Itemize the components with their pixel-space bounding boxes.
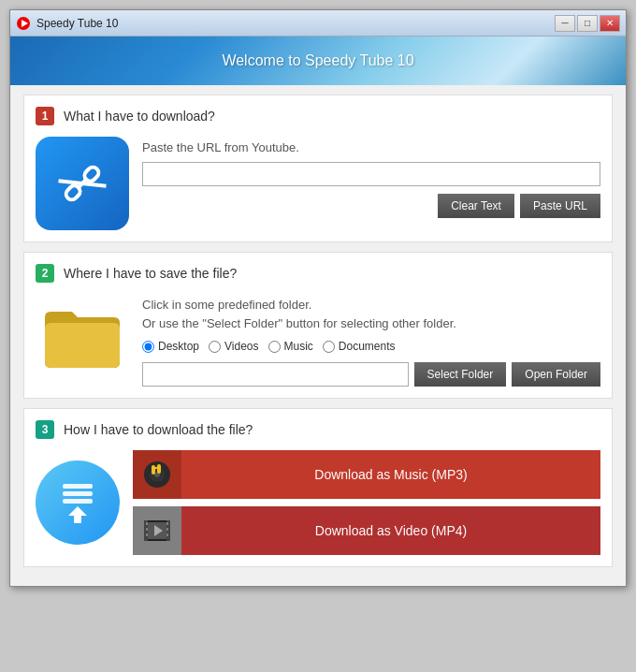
radio-group: Desktop Videos Music Documents <box>142 340 600 353</box>
maximize-button[interactable]: □ <box>577 15 598 32</box>
mp3-icon <box>133 450 181 499</box>
paste-url-button[interactable]: Paste URL <box>520 194 600 218</box>
svg-rect-24 <box>166 522 168 525</box>
radio-music-input[interactable] <box>268 341 281 353</box>
svg-rect-15 <box>152 465 155 475</box>
section1-buttons: Clear Text Paste URL <box>142 194 600 218</box>
folder-icon <box>36 294 129 378</box>
radio-documents-input[interactable] <box>323 341 335 353</box>
section1-header: 1 What I have to download? <box>36 107 600 125</box>
radio-desktop[interactable]: Desktop <box>142 340 199 353</box>
titlebar-left: Speedy Tube 10 <box>16 16 118 31</box>
download-mp3-button[interactable]: Download as Music (MP3) <box>133 450 600 499</box>
folder-path-input[interactable] <box>142 362 409 387</box>
svg-rect-9 <box>63 499 93 504</box>
select-folder-button[interactable]: Select Folder <box>414 362 507 387</box>
section1-right: Paste the URL from Youtube. Clear Text P… <box>142 137 600 218</box>
radio-videos[interactable]: Videos <box>209 340 258 353</box>
download-icon <box>36 460 120 545</box>
header-text: Welcome to Speedy Tube 10 <box>222 52 413 69</box>
mp4-button-label: Download as Video (MP4) <box>181 506 600 555</box>
svg-marker-10 <box>68 506 87 516</box>
download-mp4-button[interactable]: Download as Video (MP4) <box>133 506 600 555</box>
window-title: Speedy Tube 10 <box>36 17 118 30</box>
section-download-how: 3 How I have to download the file? <box>23 408 613 567</box>
section1-number: 1 <box>36 107 54 125</box>
section1-instruction: Paste the URL from Youtube. <box>142 140 600 154</box>
radio-desktop-input[interactable] <box>142 341 154 353</box>
instruction-line1: Click in some predefined folder. <box>142 298 311 312</box>
svg-rect-26 <box>166 533 168 536</box>
section2-instructions: Click in some predefined folder. Or use … <box>142 296 600 332</box>
svg-rect-25 <box>166 528 168 531</box>
titlebar-controls: ─ □ ✕ <box>555 15 620 32</box>
main-content: 1 What I have to download? <box>10 85 626 586</box>
instruction-line2: Or use the "Select Folder" button for se… <box>142 316 456 330</box>
radio-documents[interactable]: Documents <box>323 340 396 353</box>
app-icon <box>16 16 31 31</box>
section1-title: What I have to download? <box>64 109 215 124</box>
section3-body: Download as Music (MP3) <box>36 450 600 555</box>
download-buttons: Download as Music (MP3) <box>133 450 600 555</box>
section2-header: 2 Where I have to save the file? <box>36 264 600 283</box>
svg-rect-16 <box>157 464 161 474</box>
section2-right: Click in some predefined folder. Or use … <box>142 294 600 387</box>
section1-body: Paste the URL from Youtube. Clear Text P… <box>36 137 600 230</box>
mp3-button-label: Download as Music (MP3) <box>181 450 600 499</box>
titlebar: Speedy Tube 10 ─ □ ✕ <box>10 10 626 37</box>
svg-rect-23 <box>146 533 148 536</box>
section3-header: 3 How I have to download the file? <box>36 420 600 439</box>
radio-music[interactable]: Music <box>268 340 313 353</box>
section-download-what: 1 What I have to download? <box>23 95 613 242</box>
link-icon <box>36 137 129 230</box>
mp4-icon <box>133 506 181 555</box>
svg-rect-11 <box>74 516 81 523</box>
svg-rect-22 <box>146 528 148 531</box>
svg-rect-21 <box>146 522 148 525</box>
svg-line-5 <box>59 160 107 208</box>
section2-body: Click in some predefined folder. Or use … <box>36 294 600 387</box>
clear-text-button[interactable]: Clear Text <box>438 194 514 218</box>
url-input[interactable] <box>142 162 600 186</box>
section3-title: How I have to download the file? <box>64 422 253 437</box>
open-folder-button[interactable]: Open Folder <box>512 362 600 387</box>
close-button[interactable]: ✕ <box>600 15 620 32</box>
minimize-button[interactable]: ─ <box>555 15 575 32</box>
section2-number: 2 <box>36 264 54 283</box>
header-banner: Welcome to Speedy Tube 10 <box>10 37 626 85</box>
app-window: Speedy Tube 10 ─ □ ✕ Welcome to Speedy T… <box>9 9 627 587</box>
svg-rect-7 <box>63 484 93 489</box>
folder-input-row: Select Folder Open Folder <box>142 362 600 387</box>
section3-number: 3 <box>36 420 54 439</box>
svg-rect-6 <box>45 323 120 368</box>
svg-rect-8 <box>63 491 93 496</box>
section-save-where: 2 Where I have to save the file? Click i… <box>23 252 613 399</box>
section2-title: Where I have to save the file? <box>64 266 237 281</box>
radio-videos-input[interactable] <box>209 341 221 353</box>
